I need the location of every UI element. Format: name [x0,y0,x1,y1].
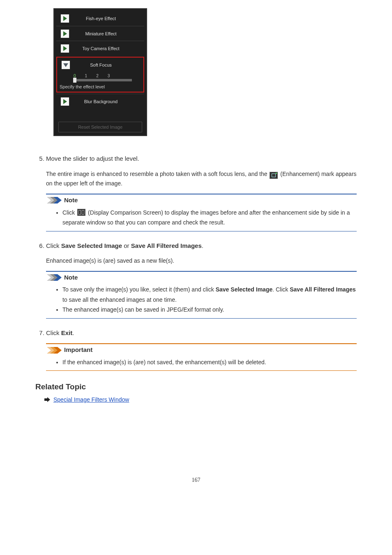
step-title: Click Save Selected Image or Save All Fi… [46,241,357,251]
important-item: If the enhanced image(s) is (are) not sa… [62,357,357,368]
step-body: Enhanced image(s) is (are) saved as a ne… [46,256,357,266]
effect-row-miniature[interactable]: Miniature Effect [56,26,144,41]
effect-label: Soft Focus [73,62,143,67]
effect-row-blur[interactable]: Blur Background [56,94,144,109]
effect-label: Miniature Effect [72,31,144,36]
step-body: The entire image is enhanced to resemble… [46,169,357,189]
effect-row-soft-focus-expanded: Soft Focus 0 1 2 3 Specify the effect le… [56,57,144,92]
note-item: Click (Display Comparison Screen) to dis… [62,208,357,228]
expand-icon[interactable] [60,97,69,106]
note-callout: Note Click (Display Comparison Screen) t… [46,194,357,231]
reset-label: Reset Selected Image [78,125,122,130]
expand-icon[interactable] [60,14,69,23]
svg-marker-5 [53,274,62,281]
effect-label: Blur Background [72,99,144,104]
note-chevrons-icon [47,197,62,204]
enhancement-mark-icon [270,172,278,179]
instruction-steps: Move the slider to adjust the level. The… [35,154,357,371]
slider-ticks: 0 1 2 3 [57,72,143,78]
related-link-row: Special Image Filters Window [35,396,357,403]
special-image-filters-link[interactable]: Special Image Filters Window [53,396,129,403]
step-title: Click Exit. [46,328,357,338]
note-callout: Note To save only the image(s) you like,… [46,271,357,319]
related-topic-heading: Related Topic [35,382,357,391]
step-title: Move the slider to adjust the level. [46,154,357,164]
expand-icon[interactable] [60,29,69,38]
note-title: Note [64,273,78,282]
tick-3: 3 [108,74,110,78]
important-title: Important [64,345,92,355]
note-item: The enhanced image(s) can be saved in JP… [62,305,357,315]
important-chevrons-icon [47,347,62,354]
important-callout: Important If the enhanced image(s) is (a… [46,343,357,371]
effect-row-fisheye[interactable]: Fish-eye Effect [56,11,144,26]
effect-level-slider[interactable] [74,79,132,81]
page-number: 167 [35,477,357,483]
display-comparison-icon [77,209,85,216]
effect-row-toy[interactable]: Toy Camera Effect [56,41,144,56]
collapse-icon[interactable] [61,60,70,69]
step-7: Click Exit. Important If the enhanced im… [46,328,357,371]
effect-label: Fish-eye Effect [72,16,144,21]
note-title: Note [64,196,78,205]
effect-label: Toy Camera Effect [72,46,144,51]
slider-thumb[interactable] [73,78,76,83]
svg-marker-8 [53,347,62,354]
tick-2: 2 [96,74,99,78]
slider-caption: Specify the effect level [57,82,143,92]
effects-panel: Fish-eye Effect Miniature Effect Toy Cam… [53,8,147,136]
expand-icon[interactable] [60,44,69,53]
tick-1: 1 [85,74,88,78]
svg-marker-9 [44,397,50,402]
effect-row-soft-focus[interactable]: Soft Focus [57,58,143,72]
svg-marker-2 [53,197,62,204]
reset-selected-image-button: Reset Selected Image [58,122,142,132]
step-6: Click Save Selected Image or Save All Fi… [46,241,357,319]
step-5: Move the slider to adjust the level. The… [46,154,357,231]
arrow-right-icon [44,397,50,402]
note-chevrons-icon [47,274,62,281]
note-item: To save only the image(s) you like, sele… [62,284,357,305]
